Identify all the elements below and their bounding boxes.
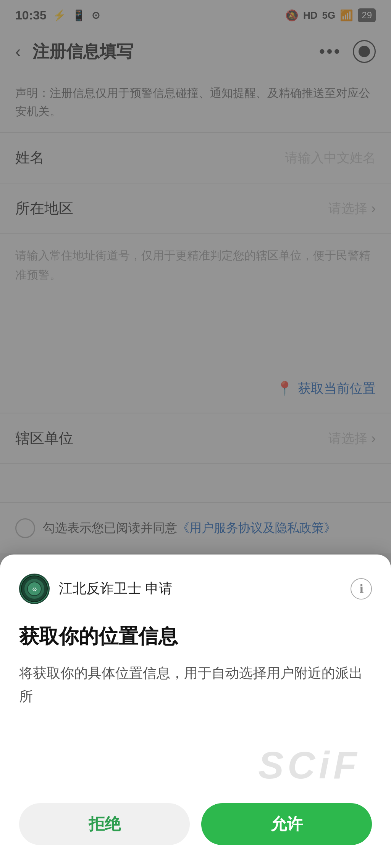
scif-watermark-text: SCiF	[258, 743, 360, 787]
allow-button[interactable]: 允许	[201, 803, 372, 845]
app-icon: 公	[19, 574, 50, 604]
info-button[interactable]: ℹ	[351, 578, 372, 600]
dialog-app-name: 江北反诈卫士 申请	[59, 579, 173, 598]
dialog-header: 公 江北反诈卫士 申请 ℹ	[19, 574, 372, 604]
dialog-app-info: 公 江北反诈卫士 申请	[19, 574, 173, 604]
permission-dialog: 公 江北反诈卫士 申请 ℹ 获取你的位置信息 将获取你的具体位置信息，用于自动选…	[0, 555, 391, 868]
reject-button[interactable]: 拒绝	[19, 803, 190, 845]
info-icon: ℹ	[359, 582, 364, 595]
scif-watermark-area: SCiF	[19, 731, 372, 799]
svg-text:公: 公	[32, 587, 37, 592]
dialog-description: 将获取你的具体位置信息，用于自动选择用户附近的派出所	[19, 661, 372, 708]
dialog-title: 获取你的位置信息	[19, 623, 372, 650]
dialog-buttons: 拒绝 允许	[19, 803, 372, 845]
app-icon-svg: 公	[21, 575, 48, 602]
